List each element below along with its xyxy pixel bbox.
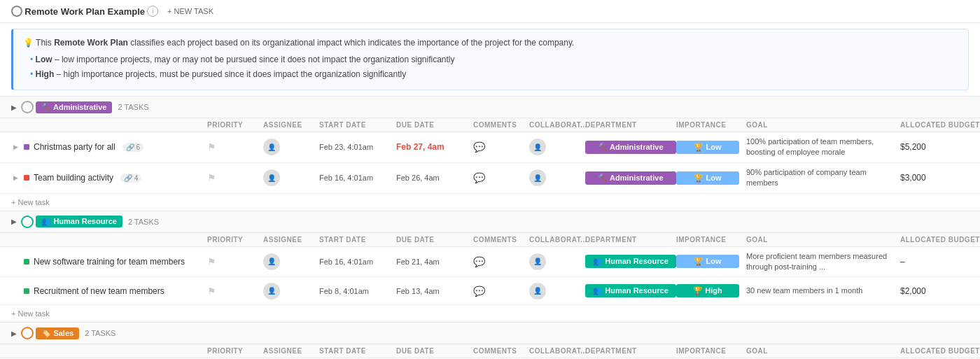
- goal-text: 100% participation of team members, boos…: [746, 137, 874, 156]
- goal-text: More proficient team members measured th…: [746, 252, 887, 271]
- goal-cell: 90% participation of company team member…: [746, 167, 900, 189]
- department-badge: 👥 Human Resource: [585, 255, 676, 268]
- task-name-text: Christmas party for all: [34, 142, 115, 152]
- due-date: Feb 13, 4am: [396, 287, 440, 295]
- col-header: COMMENTS: [473, 236, 529, 244]
- section-badge: 🔨 Administrative: [36, 101, 112, 113]
- task-name-cell: ▶Christmas party for all🔗 6: [11, 142, 207, 152]
- comments-cell: 💬: [473, 141, 529, 153]
- expand-button[interactable]: ▶: [11, 143, 20, 151]
- new-task-button[interactable]: + NEW TASK: [163, 6, 218, 17]
- section-administrative: ▶ 🔨 Administrative 2 TASKS PRIORITYASSIG…: [0, 96, 980, 211]
- goal-text: 90% participation of company team member…: [746, 168, 867, 187]
- task-name-cell: ▶Team building activity🔗 4: [11, 173, 207, 183]
- col-header: ASSIGNEE: [263, 347, 319, 355]
- comment-icon[interactable]: 💬: [473, 141, 485, 153]
- table-row: Recruitment of new team members⚑👤Feb 8, …: [0, 277, 980, 305]
- start-date: Feb 8, 4:01am: [319, 287, 369, 295]
- avatar: 👤: [263, 253, 280, 270]
- assignee-cell: 👤: [263, 283, 319, 300]
- col-header: GOAL: [746, 347, 900, 355]
- task-color-dot: [24, 175, 29, 181]
- task-name-text: Team building activity: [34, 173, 113, 183]
- section-circle: [21, 327, 34, 339]
- col-header: COLLABORAT...: [529, 121, 585, 129]
- col-header: DUE DATE: [396, 121, 473, 129]
- info-list: Low – low importance projects, may or ma…: [23, 53, 958, 80]
- collaborators-cell: 👤: [529, 283, 585, 300]
- col-header: PRIORITY: [207, 347, 263, 355]
- collaborators-cell: 👤: [529, 253, 585, 270]
- task-name-cell: Recruitment of new team members: [11, 286, 207, 296]
- col-header: IMPORTANCE: [676, 236, 746, 244]
- col-header: COMMENTS: [473, 121, 529, 129]
- department-badge: 🔨 Administrative: [585, 171, 676, 185]
- col-header: DEPARTMENT: [585, 236, 676, 244]
- task-name-text: Recruitment of new team members: [34, 286, 164, 296]
- section-badge: 🏷️ Sales: [36, 328, 79, 339]
- importance-badge: 🏆 Low: [676, 255, 739, 268]
- avatar: 👤: [263, 139, 280, 155]
- section-toggle[interactable]: ▶: [11, 104, 17, 111]
- subtask-count: 🔗 6: [122, 143, 144, 152]
- collaborators-cell: 👤: [529, 139, 585, 155]
- col-header: COLLABORAT...: [529, 236, 585, 244]
- table-row: New software training for team members⚑👤…: [0, 247, 980, 278]
- department-badge: 🔨 Administrative: [585, 141, 676, 154]
- col-header: START DATE: [319, 121, 396, 129]
- col-header: COLLABORAT...: [529, 347, 585, 355]
- task-count: 2 TASKS: [85, 329, 115, 337]
- info-icon[interactable]: i: [147, 6, 158, 17]
- department-cell: 🔨 Administrative: [585, 141, 676, 154]
- column-headers: PRIORITYASSIGNEESTART DATEDUE DATECOMMEN…: [0, 344, 980, 358]
- allocated-budget-cell: $2,000: [900, 286, 980, 296]
- task-color-dot: [24, 288, 29, 294]
- col-header: START DATE: [319, 236, 396, 244]
- expand-button[interactable]: ▶: [11, 174, 20, 182]
- section-header-administrative: ▶ 🔨 Administrative 2 TASKS: [0, 96, 980, 118]
- col-header: PRIORITY: [207, 236, 263, 244]
- department-cell: 🔨 Administrative: [585, 171, 676, 185]
- start-date-cell: Feb 16, 4:01am: [319, 173, 396, 183]
- due-date: Feb 21, 4am: [396, 258, 440, 266]
- importance-badge: 🏆 Low: [676, 171, 739, 185]
- section-toggle[interactable]: ▶: [11, 218, 17, 225]
- flag-icon[interactable]: ⚑: [207, 172, 216, 183]
- collaborator-avatar: 👤: [529, 169, 546, 186]
- add-task-link[interactable]: + New task: [0, 305, 980, 322]
- col-header: ALLOCATED BUDGET: [900, 121, 980, 129]
- goal-cell: More proficient team members measured th…: [746, 251, 900, 273]
- column-headers: PRIORITYASSIGNEESTART DATEDUE DATECOMMEN…: [0, 233, 980, 247]
- assignee-cell: 👤: [263, 169, 319, 186]
- start-date-cell: Feb 8, 4:01am: [319, 286, 396, 296]
- priority-cell: ⚑: [207, 286, 263, 297]
- comment-icon[interactable]: 💬: [473, 286, 485, 297]
- task-color-dot: [24, 144, 29, 150]
- col-header: GOAL: [746, 236, 900, 244]
- section-header-human-resource: ▶ 👥 Human Resource 2 TASKS: [0, 211, 980, 233]
- section-toggle[interactable]: ▶: [11, 330, 17, 337]
- collaborator-avatar: 👤: [529, 139, 546, 155]
- flag-icon[interactable]: ⚑: [207, 141, 216, 153]
- task-name-cell: New software training for team members: [11, 257, 207, 267]
- col-header: DUE DATE: [396, 236, 473, 244]
- start-date: Feb 23, 4:01am: [319, 143, 373, 151]
- allocated-budget: $3,000: [900, 173, 926, 183]
- due-date: Feb 27, 4am: [396, 142, 444, 152]
- allocated-budget-cell: $3,000: [900, 173, 980, 183]
- importance-cell: 🏆 Low: [676, 171, 746, 185]
- col-header: ASSIGNEE: [263, 121, 319, 129]
- department-cell: 👥 Human Resource: [585, 284, 676, 297]
- info-box: 💡 This Remote Work Plan classifies each …: [11, 29, 969, 90]
- info-item-high: High – high importance projects, must be…: [30, 68, 958, 80]
- add-task-link[interactable]: + New task: [0, 194, 980, 211]
- comment-icon[interactable]: 💬: [473, 256, 485, 267]
- col-header: IMPORTANCE: [676, 121, 746, 129]
- importance-cell: 🏆 Low: [676, 141, 746, 154]
- flag-icon[interactable]: ⚑: [207, 286, 216, 297]
- flag-icon[interactable]: ⚑: [207, 256, 216, 267]
- task-name-text: New software training for team members: [34, 257, 185, 267]
- collaborator-avatar: 👤: [529, 253, 546, 270]
- avatar: 👤: [263, 169, 280, 186]
- comment-icon[interactable]: 💬: [473, 172, 485, 183]
